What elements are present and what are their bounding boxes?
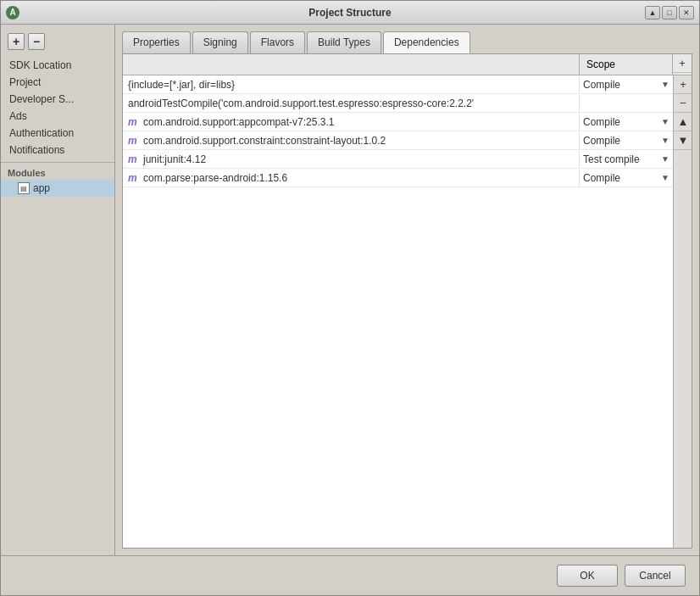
dep-scope-5: Compile ▼ [580, 170, 673, 187]
sidebar-item-project[interactable]: Project [1, 74, 114, 91]
cancel-button[interactable]: Cancel [625, 565, 686, 587]
dep-side-actions: + [673, 54, 692, 75]
sidebar-item-authentication[interactable]: Authentication [1, 125, 114, 142]
dep-scope-3: Compile ▼ [580, 132, 673, 149]
sidebar-actions: + − [1, 31, 114, 57]
dep-row-0[interactable]: {include=[*.jar], dir=libs} Compile ▼ [123, 75, 673, 94]
properties-tab[interactable]: Properties [122, 31, 191, 53]
dep-name-5: m com.parse:parse-android:1.15.6 [123, 170, 580, 187]
title-bar-left: A [6, 6, 19, 19]
dep-move-down-btn[interactable]: ▼ [674, 131, 692, 150]
scope-dropdown-2[interactable]: ▼ [661, 117, 669, 126]
remove-item-btn[interactable]: − [28, 33, 45, 50]
dep-module-icon-5: m [128, 172, 137, 184]
dep-name-0: {include=[*.jar], dir=libs} [123, 76, 580, 93]
sidebar-item-developer-services[interactable]: Developer S... [1, 91, 114, 108]
dep-scope-1 [580, 101, 673, 106]
bottom-bar: OK Cancel [1, 555, 699, 595]
title-bar: A Project Structure ▲ □ ✕ [1, 1, 699, 25]
modules-section-title: Modules [1, 162, 114, 180]
main-content-area: + − SDK Location Project Developer S... … [1, 25, 699, 555]
dialog-title: Project Structure [308, 7, 391, 19]
scope-dropdown-4[interactable]: ▼ [661, 154, 669, 164]
add-dep-btn[interactable]: + [673, 54, 692, 73]
app-icon: A [6, 6, 19, 19]
dep-content-wrapper: {include=[*.jar], dir=libs} Compile ▼ an… [123, 75, 692, 548]
minimize-btn[interactable]: ▲ [645, 6, 660, 19]
dep-name-1: androidTestCompile('com.android.support.… [123, 95, 580, 112]
right-panel: Properties Signing Flavors Build Types D… [115, 25, 699, 555]
add-item-btn[interactable]: + [8, 33, 25, 50]
dep-module-icon-2: m [128, 116, 137, 128]
flavors-tab[interactable]: Flavors [250, 31, 305, 53]
sidebar-item-sdk-location[interactable]: SDK Location [1, 57, 114, 74]
dependencies-tab[interactable]: Dependencies [383, 31, 470, 53]
sidebar-item-ads[interactable]: Ads [1, 108, 114, 125]
tabs-bar: Properties Signing Flavors Build Types D… [122, 31, 692, 53]
sidebar: + − SDK Location Project Developer S... … [1, 25, 115, 555]
scope-dropdown-5[interactable]: ▼ [661, 173, 669, 182]
side-actions-panel: + − ▲ ▼ [673, 75, 692, 548]
dep-add-btn[interactable]: + [674, 75, 692, 94]
scope-dropdown-0[interactable]: ▼ [661, 80, 669, 89]
tab-content-dependencies: Scope + {include=[*.jar], dir=libs} [122, 53, 692, 549]
dep-row-2[interactable]: m com.android.support:appcompat-v7:25.3.… [123, 113, 673, 131]
dep-row-4[interactable]: m junit:junit:4.12 Test compile ▼ [123, 150, 673, 169]
dep-scope-2: Compile ▼ [580, 114, 673, 131]
project-structure-dialog: A Project Structure ▲ □ ✕ + − SDK Locati… [0, 0, 700, 596]
signing-tab[interactable]: Signing [192, 31, 248, 53]
dep-name-4: m junit:junit:4.12 [123, 151, 580, 168]
build-types-tab[interactable]: Build Types [307, 31, 381, 53]
dep-move-up-btn[interactable]: ▲ [674, 113, 692, 131]
dep-header-scope: Scope [580, 54, 673, 75]
title-bar-buttons: ▲ □ ✕ [645, 6, 694, 19]
dep-row-5[interactable]: m com.parse:parse-android:1.15.6 Compile… [123, 169, 673, 187]
dep-module-icon-3: m [128, 135, 137, 147]
dep-name-2: m com.android.support:appcompat-v7:25.3.… [123, 114, 580, 131]
dep-row-1[interactable]: androidTestCompile('com.android.support.… [123, 94, 673, 113]
sidebar-module-app[interactable]: ▤ app [1, 180, 114, 197]
dep-header-row: Scope + [123, 54, 692, 75]
dep-row-3[interactable]: m com.android.support.constraint:constra… [123, 131, 673, 150]
module-label: app [33, 182, 50, 194]
scope-dropdown-3[interactable]: ▼ [661, 136, 669, 145]
sidebar-item-notifications[interactable]: Notifications [1, 142, 114, 159]
close-btn[interactable]: ✕ [679, 6, 694, 19]
dep-scope-0: Compile ▼ [580, 76, 673, 93]
dep-name-3: m com.android.support.constraint:constra… [123, 132, 580, 149]
dep-list: {include=[*.jar], dir=libs} Compile ▼ an… [123, 75, 673, 548]
maximize-btn[interactable]: □ [662, 6, 677, 19]
dep-scope-4: Test compile ▼ [580, 151, 673, 168]
dep-remove-btn[interactable]: − [674, 94, 692, 113]
ok-button[interactable]: OK [557, 565, 618, 587]
dep-module-icon-4: m [128, 153, 137, 165]
module-icon: ▤ [18, 182, 30, 194]
dep-header-name [123, 54, 580, 75]
